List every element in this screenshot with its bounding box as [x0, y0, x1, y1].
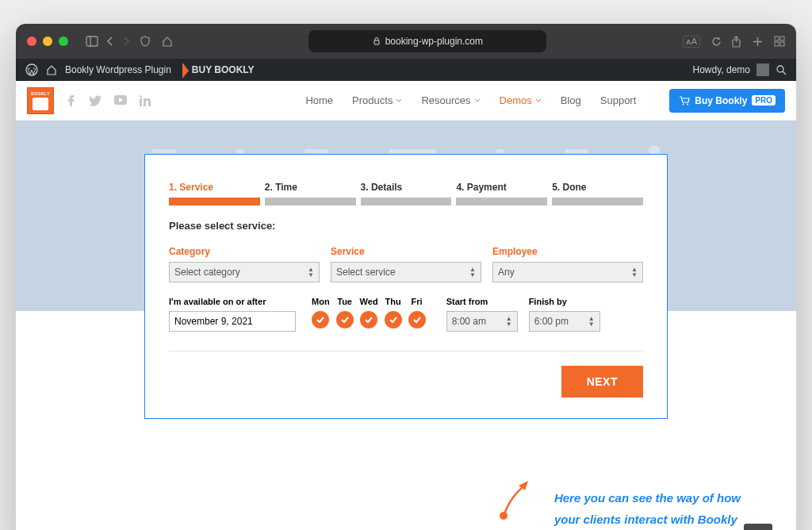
wp-avatar-icon[interactable]	[756, 63, 769, 76]
svg-rect-16	[140, 98, 142, 106]
wp-search-icon[interactable]	[776, 64, 787, 75]
wp-howdy-text[interactable]: Howdy, demo	[693, 64, 750, 75]
wizard-steps: 1. Service 2. Time 3. Details 4. Payment…	[169, 182, 643, 205]
step-done[interactable]: 5. Done	[552, 182, 643, 205]
bookly-logo[interactable]: BOOKLY	[27, 87, 54, 114]
start-from-label: Start from	[446, 297, 518, 306]
nav-support[interactable]: Support	[600, 94, 637, 106]
wizard-prompt: Please select service:	[169, 220, 643, 232]
service-label: Service	[331, 246, 481, 257]
tabs-overview-icon[interactable]	[774, 36, 785, 47]
home-icon[interactable]	[162, 36, 173, 47]
nav-products[interactable]: Products	[352, 94, 402, 106]
nav-demos[interactable]: Demos	[500, 94, 542, 106]
page-body: 1. Service 2. Time 3. Details 4. Payment…	[16, 121, 796, 530]
service-select[interactable]: Select service▲▼	[331, 262, 481, 282]
wordpress-icon[interactable]	[25, 63, 38, 76]
availability-label: I'm available on or after	[169, 297, 296, 306]
next-button[interactable]: NEXT	[561, 366, 643, 398]
shield-icon[interactable]	[140, 36, 151, 47]
category-label: Category	[169, 246, 320, 257]
cart-icon	[679, 96, 690, 106]
step-service[interactable]: 1. Service	[169, 182, 260, 205]
nav-forward-icon	[122, 36, 130, 47]
day-wed[interactable]: Wed	[360, 297, 378, 328]
svg-rect-7	[775, 36, 779, 40]
window-minimize-icon[interactable]	[43, 36, 52, 46]
svg-point-21	[500, 512, 508, 520]
step-payment[interactable]: 4. Payment	[456, 182, 547, 205]
svg-point-19	[687, 103, 688, 105]
annotation-arrow-icon	[495, 476, 534, 524]
annotation-caption: Here you can see the way of how your cli…	[554, 487, 741, 530]
url-text: booking-wp-plugin.com	[385, 36, 483, 47]
booking-wizard-card: 1. Service 2. Time 3. Details 4. Payment…	[144, 154, 668, 419]
start-from-select[interactable]: 8:00 am▲▼	[446, 311, 518, 332]
window-close-icon[interactable]	[27, 36, 36, 46]
site-header: BOOKLY Home Products Resources Demos Blo…	[16, 81, 796, 121]
window-zoom-icon[interactable]	[59, 36, 68, 46]
check-icon	[312, 311, 329, 328]
new-tab-icon[interactable]	[753, 36, 763, 47]
step-details[interactable]: 3. Details	[361, 182, 452, 205]
svg-rect-2	[374, 40, 379, 44]
nav-blog[interactable]: Blog	[561, 94, 581, 106]
svg-rect-10	[780, 42, 784, 46]
svg-point-18	[683, 103, 684, 105]
check-icon	[385, 311, 402, 328]
svg-line-13	[783, 71, 786, 75]
step-time[interactable]: 2. Time	[265, 182, 356, 205]
svg-point-17	[140, 95, 142, 98]
day-mon[interactable]: Mon	[312, 297, 330, 328]
lock-icon	[373, 37, 381, 45]
chevron-down-icon	[535, 98, 542, 103]
wp-site-name[interactable]: Bookly Wordpress Plugin	[65, 64, 171, 75]
day-thu[interactable]: Thu	[385, 297, 402, 328]
finish-by-select[interactable]: 6:00 pm▲▼	[529, 311, 600, 332]
day-tue[interactable]: Tue	[336, 297, 354, 328]
check-icon	[408, 311, 426, 328]
svg-rect-0	[86, 36, 98, 46]
nav-home[interactable]: Home	[305, 94, 333, 106]
address-bar[interactable]: booking-wp-plugin.com	[308, 30, 546, 52]
sidebar-toggle-icon[interactable]	[86, 36, 98, 47]
site-home-icon[interactable]	[46, 64, 57, 75]
primary-nav: Home Products Resources Demos Blog Suppo…	[305, 89, 785, 113]
chevron-down-icon	[474, 98, 481, 103]
availability-date-input[interactable]: November 9, 2021	[169, 311, 296, 332]
svg-point-12	[777, 66, 783, 72]
scroll-to-top-button[interactable]	[744, 524, 772, 530]
youtube-icon[interactable]	[114, 95, 127, 105]
day-fri[interactable]: Fri	[408, 297, 426, 328]
buy-bookly-button[interactable]: Buy Bookly PRO	[669, 89, 785, 113]
nav-back-icon[interactable]	[106, 36, 114, 47]
wp-admin-bar: Bookly Wordpress Plugin BUY BOOKLY Howdy…	[16, 59, 796, 81]
check-icon	[360, 311, 377, 328]
share-icon[interactable]	[731, 36, 741, 48]
finish-by-label: Finish by	[529, 297, 600, 306]
category-select[interactable]: Select category▲▼	[169, 262, 320, 282]
linkedin-icon[interactable]	[140, 95, 151, 106]
nav-resources[interactable]: Resources	[421, 94, 480, 106]
twitter-icon[interactable]	[89, 95, 102, 106]
facebook-icon[interactable]	[65, 95, 76, 106]
browser-chrome: booking-wp-plugin.com ᴀA	[16, 24, 796, 59]
chevron-down-icon	[396, 98, 402, 103]
reload-icon[interactable]	[711, 36, 722, 47]
wp-buy-link[interactable]: BUY BOOKLY	[192, 64, 255, 75]
employee-select[interactable]: Any▲▼	[492, 262, 643, 282]
check-icon	[336, 311, 354, 328]
svg-rect-8	[780, 36, 784, 40]
reader-icon[interactable]: ᴀA	[683, 36, 700, 48]
social-links	[65, 95, 151, 106]
svg-rect-9	[775, 42, 779, 46]
employee-label: Employee	[492, 246, 643, 257]
